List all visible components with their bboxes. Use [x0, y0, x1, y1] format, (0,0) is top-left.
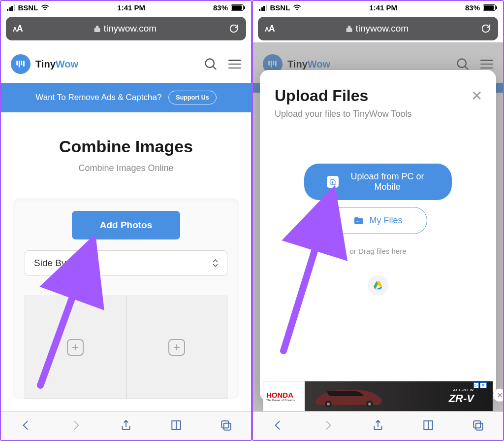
google-drive-icon [373, 281, 383, 290]
banner-text: Want To Remove Ads & Captcha? [35, 93, 161, 102]
close-icon[interactable]: ✕ [471, 88, 482, 104]
main-content: Combine Images Combine Images Online Add… [1, 112, 251, 399]
phone-left: BSNL 1:41 PM 83% AA tinywow.com TinyWow [0, 0, 252, 441]
back-button[interactable] [20, 419, 32, 434]
svg-point-8 [368, 403, 371, 406]
ad-car-image [305, 381, 449, 411]
modal-subtitle: Upload your files to TinyWow Tools [275, 109, 481, 119]
ad-brand: HONDAThe Power of Dreams [263, 391, 305, 402]
url-domain: tinywow.com [355, 23, 409, 34]
drag-hint: or Drag files here [275, 247, 481, 255]
clock-label: 1:41 PM [369, 3, 397, 12]
battery-pct: 83% [465, 3, 480, 12]
wifi-icon [293, 4, 301, 11]
phone-right: BSNL 1:41 PM 83% AA tinywow.com TinyWow [252, 0, 504, 441]
forward-button[interactable] [69, 419, 82, 434]
logo-icon [11, 54, 31, 74]
support-us-button[interactable]: Support Us [168, 91, 216, 104]
app-header: TinyWow [1, 43, 251, 83]
upload-file-icon [327, 176, 339, 188]
forward-button[interactable] [321, 419, 334, 434]
search-icon[interactable] [204, 57, 218, 71]
image-slot[interactable] [25, 296, 126, 399]
layout-select-value: Side By Side [34, 258, 88, 269]
menu-icon[interactable] [228, 60, 241, 68]
tabs-button[interactable] [220, 419, 232, 434]
browser-toolbar [1, 411, 251, 440]
svg-rect-4 [356, 221, 359, 221]
wifi-icon [41, 4, 49, 11]
ad-model: ALL-NEWZR-V [449, 388, 493, 405]
page-title: Combine Images [13, 137, 239, 156]
share-button[interactable] [120, 419, 132, 434]
upload-button-label: Upload from PC or Mobile [346, 171, 429, 192]
google-drive-button[interactable] [368, 275, 388, 296]
image-tiles [25, 296, 227, 399]
svg-rect-2 [224, 423, 231, 430]
folder-icon [354, 217, 364, 225]
upload-card: Add Photos Side By Side [13, 198, 239, 399]
brand-logo[interactable]: TinyWow [11, 54, 78, 74]
brand-text: TinyWow [35, 59, 78, 70]
signal-icon [259, 4, 267, 11]
svg-rect-9 [474, 421, 481, 428]
status-bar: BSNL 1:41 PM 83% [1, 1, 251, 14]
text-size-button[interactable]: AA [13, 24, 23, 34]
text-size-button[interactable]: AA [265, 24, 275, 34]
upload-from-device-button[interactable]: Upload from PC or Mobile [304, 164, 452, 200]
upload-modal: ✕ Upload Files Upload your files to Tiny… [260, 70, 496, 402]
ad-banner[interactable]: HONDAThe Power of Dreams ALL-NEWZR-V ▷ ✕… [263, 381, 493, 411]
battery-icon [230, 4, 245, 11]
lock-icon [346, 25, 352, 33]
layout-select[interactable]: Side By Side [25, 250, 227, 276]
bookmarks-button[interactable] [170, 419, 183, 434]
browser-toolbar [253, 411, 503, 440]
signal-icon [7, 4, 15, 11]
my-files-button[interactable]: My Files [329, 207, 427, 234]
share-button[interactable] [372, 419, 384, 434]
add-image-icon [168, 339, 185, 356]
image-slot[interactable] [126, 296, 227, 399]
bookmarks-button[interactable] [422, 419, 435, 434]
add-photos-button[interactable]: Add Photos [72, 211, 180, 239]
browser-url-bar[interactable]: AA tinywow.com [6, 17, 246, 40]
carrier-label: BSNL [18, 3, 38, 12]
promo-banner: Want To Remove Ads & Captcha? Support Us [1, 83, 251, 112]
add-image-icon [67, 339, 84, 356]
back-button[interactable] [272, 419, 284, 434]
battery-icon [482, 4, 497, 11]
adchoices-icon[interactable]: ▷ [473, 382, 479, 388]
ad-close-button[interactable]: ✕ [493, 388, 504, 402]
chevron-updown-icon [213, 259, 218, 267]
page-subtitle: Combine Images Online [13, 163, 239, 173]
battery-pct: 83% [213, 3, 228, 12]
browser-url-bar[interactable]: AA tinywow.com [258, 17, 498, 40]
lock-icon [94, 25, 100, 33]
svg-rect-10 [476, 423, 483, 430]
modal-title: Upload Files [275, 87, 481, 105]
tabs-button[interactable] [472, 419, 484, 434]
ad-dismiss-x-icon[interactable]: ✕ [480, 382, 487, 388]
my-files-label: My Files [370, 215, 403, 226]
status-bar: BSNL 1:41 PM 83% [253, 1, 503, 14]
svg-rect-1 [222, 421, 229, 428]
clock-label: 1:41 PM [117, 3, 145, 12]
svg-point-6 [327, 403, 330, 406]
carrier-label: BSNL [270, 3, 290, 12]
url-domain: tinywow.com [103, 23, 157, 34]
reload-icon[interactable] [228, 23, 239, 34]
reload-icon[interactable] [480, 23, 491, 34]
